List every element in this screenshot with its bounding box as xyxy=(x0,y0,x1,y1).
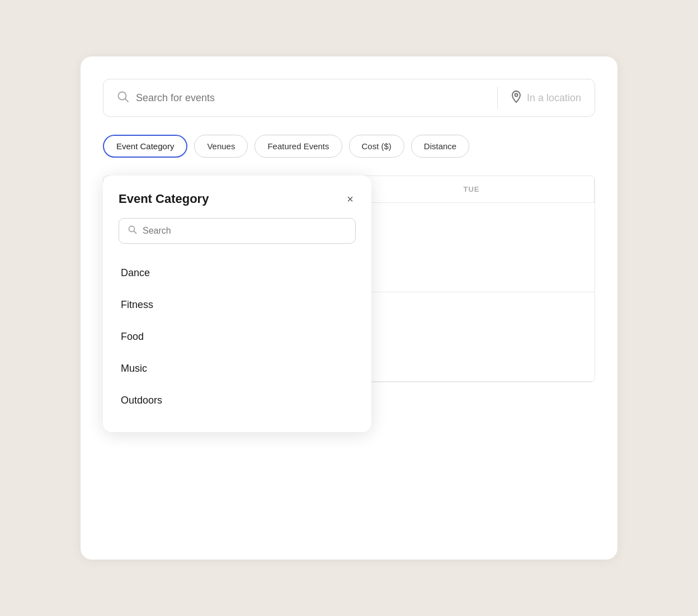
category-item-fitness[interactable]: Fitness xyxy=(119,289,356,321)
calendar-cell-8: 8 xyxy=(349,203,595,292)
filter-pill-cost[interactable]: Cost ($) xyxy=(349,135,404,158)
category-search-input[interactable] xyxy=(143,226,346,236)
filter-pill-featured-events[interactable]: Featured Events xyxy=(254,135,342,158)
location-icon xyxy=(511,91,521,106)
svg-line-4 xyxy=(134,231,136,234)
filter-pill-distance[interactable]: Distance xyxy=(411,135,469,158)
filter-pill-venues[interactable]: Venues xyxy=(194,135,248,158)
filter-pill-event-category[interactable]: Event Category xyxy=(103,135,187,158)
location-placeholder-text: In a location xyxy=(527,92,581,104)
close-button[interactable]: × xyxy=(345,191,356,207)
svg-point-2 xyxy=(515,93,517,96)
search-bar: In a location xyxy=(103,79,595,117)
main-card: In a location Event Category Venues Feat… xyxy=(81,56,617,560)
category-list: Dance Fitness Food Music Outdoors xyxy=(119,257,356,416)
content-area: Event Category × Dance Fitness Fo xyxy=(103,176,595,382)
svg-line-1 xyxy=(125,98,129,102)
filter-pills-container: Event Category Venues Featured Events Co… xyxy=(103,135,595,158)
category-item-dance[interactable]: Dance xyxy=(119,257,356,289)
event-search-section xyxy=(117,91,484,106)
event-category-dropdown: Event Category × Dance Fitness Fo xyxy=(103,176,371,432)
category-search-box xyxy=(119,218,356,244)
location-section: In a location xyxy=(511,91,581,106)
calendar-cell-15: 15 xyxy=(349,292,595,382)
calendar-header-tue: TUE xyxy=(349,176,595,203)
category-item-outdoors[interactable]: Outdoors xyxy=(119,385,356,416)
category-search-icon xyxy=(128,225,137,236)
search-icon xyxy=(117,91,129,106)
category-item-music[interactable]: Music xyxy=(119,353,356,385)
category-item-food[interactable]: Food xyxy=(119,321,356,353)
search-divider xyxy=(497,87,498,109)
dropdown-header: Event Category × xyxy=(119,191,356,207)
page-background: In a location Event Category Venues Feat… xyxy=(0,0,698,616)
search-input[interactable] xyxy=(136,92,484,104)
dropdown-title: Event Category xyxy=(119,192,209,206)
